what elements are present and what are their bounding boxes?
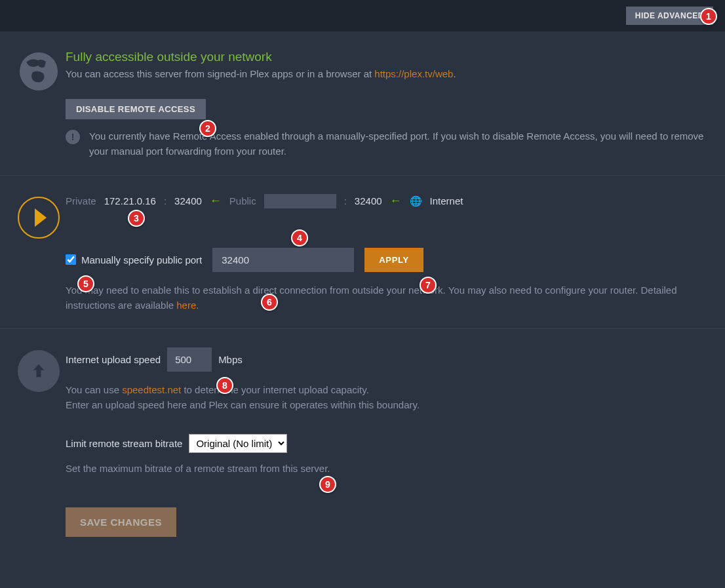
upload-speed-input[interactable]	[167, 347, 212, 372]
bitrate-label: Limit remote stream bitrate	[66, 438, 182, 449]
network-section: Private 172.21.0.16 : 32400 ← Public : 3…	[0, 176, 725, 330]
header-bar: HIDE ADVANCED	[0, 0, 725, 31]
status-description: You can access this server from signed-i…	[66, 68, 713, 79]
speedtest-link[interactable]: speedtest.net	[122, 384, 181, 395]
upload-help-mid: to determine your internet upload capaci…	[181, 384, 369, 395]
port-row: Manually specify public port APPLY	[66, 248, 713, 272]
manual-port-checkbox-label[interactable]: Manually specify public port	[66, 254, 202, 265]
status-desc-text: You can access this server from signed-i…	[66, 68, 374, 79]
public-ip-redacted	[264, 194, 336, 208]
save-changes-button[interactable]: SAVE CHANGES	[66, 507, 176, 537]
plex-icon-container	[12, 194, 66, 313]
plex-icon	[18, 197, 60, 239]
port-instructions-link[interactable]: here	[176, 300, 196, 311]
annotation-marker-1: 1	[700, 8, 717, 25]
ip-row: Private 172.21.0.16 : 32400 ← Public : 3…	[66, 194, 713, 208]
upload-unit: Mbps	[218, 354, 243, 365]
public-label: Public	[229, 195, 256, 206]
warning-icon: !	[66, 130, 80, 144]
private-ip: 172.21.0.16	[104, 195, 156, 206]
public-port-input[interactable]	[212, 248, 354, 272]
private-label: Private	[66, 195, 96, 206]
public-port: 32400	[355, 195, 382, 206]
upload-help-text: You can use speedtest.net to determine y…	[66, 382, 713, 413]
apply-button[interactable]: APPLY	[364, 248, 423, 272]
manual-port-label-text: Manually specify public port	[81, 254, 202, 265]
arrow-left-icon: ←	[210, 194, 222, 208]
annotation-marker-9: 9	[319, 476, 336, 493]
upload-icon-container	[12, 347, 66, 537]
status-desc-post: .	[453, 68, 456, 79]
bitrate-help: Set the maximum bitrate of a remote stre…	[66, 461, 713, 476]
port-help-text: You may need to enable this to establish…	[66, 283, 713, 313]
private-port: 32400	[174, 195, 202, 206]
warning-row: ! You currently have Remote Access enabl…	[66, 128, 713, 159]
bitrate-select[interactable]: Original (No limit)	[189, 434, 287, 453]
internet-label: Internet	[430, 195, 463, 206]
upload-help-pre: You can use	[66, 384, 122, 395]
globe-icon	[20, 52, 58, 90]
disable-remote-access-button[interactable]: DISABLE REMOTE ACCESS	[66, 99, 206, 119]
port-help-post: .	[196, 300, 199, 311]
upload-speed-row: Internet upload speed Mbps	[66, 347, 713, 372]
annotation-marker-8: 8	[216, 377, 233, 394]
globe-icon-container	[12, 50, 66, 159]
bitrate-row: Limit remote stream bitrate Original (No…	[66, 434, 713, 453]
annotation-marker-5: 5	[77, 275, 94, 292]
annotation-marker-2: 2	[199, 120, 216, 137]
manual-port-checkbox[interactable]	[66, 254, 76, 265]
plex-web-link[interactable]: https://plex.tv/web	[374, 68, 453, 79]
internet-globe-icon: 🌐	[410, 195, 422, 207]
upload-speed-label: Internet upload speed	[66, 354, 161, 365]
upload-section: Internet upload speed Mbps You can use s…	[0, 329, 725, 553]
status-section: Fully accessible outside your network Yo…	[0, 31, 725, 176]
status-title: Fully accessible outside your network	[66, 50, 713, 64]
annotation-marker-4: 4	[291, 229, 308, 246]
upload-icon	[18, 350, 60, 392]
plex-chevron-icon	[35, 208, 47, 227]
annotation-marker-3: 3	[128, 210, 145, 227]
annotation-marker-7: 7	[420, 277, 437, 294]
port-help-pre: You may need to enable this to establish…	[66, 284, 677, 311]
arrow-left-icon-2: ←	[390, 194, 402, 208]
upload-help-line2: Enter an upload speed here and Plex can …	[66, 399, 420, 410]
warning-text: You currently have Remote Access enabled…	[89, 128, 713, 159]
annotation-marker-6: 6	[261, 294, 278, 311]
